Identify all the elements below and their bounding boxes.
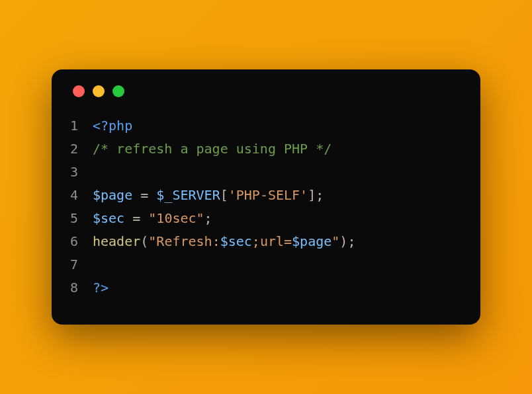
token: $sec bbox=[93, 210, 124, 226]
code-content: header("Refresh:$sec;url=$page"); bbox=[93, 230, 355, 253]
code-content: ?> bbox=[93, 276, 109, 299]
line-number: 7 bbox=[70, 253, 93, 276]
code-line: 8?> bbox=[70, 276, 462, 299]
token: 'PHP-SELF' bbox=[228, 187, 308, 203]
close-icon[interactable] bbox=[73, 85, 85, 97]
token: $page bbox=[93, 187, 132, 203]
token: " bbox=[332, 233, 339, 249]
code-line: 2/* refresh a page using PHP */ bbox=[70, 138, 462, 161]
token: $_SERVER bbox=[156, 187, 220, 203]
token: $sec bbox=[220, 233, 252, 249]
line-number: 6 bbox=[70, 230, 93, 253]
line-number: 3 bbox=[70, 161, 93, 184]
code-content: <?php bbox=[93, 114, 132, 138]
token: ] bbox=[308, 187, 316, 203]
token: ?> bbox=[93, 280, 109, 296]
token: ; bbox=[316, 187, 324, 203]
code-line: 1<?php bbox=[70, 114, 462, 138]
line-number: 8 bbox=[70, 276, 93, 299]
line-number: 5 bbox=[70, 207, 93, 230]
maximize-icon[interactable] bbox=[112, 85, 124, 97]
token: [ bbox=[220, 187, 228, 203]
line-number: 2 bbox=[70, 138, 93, 161]
code-content: $page = $_SERVER['PHP-SELF']; bbox=[93, 184, 324, 207]
code-line: 5$sec = "10sec"; bbox=[70, 207, 462, 230]
token: header bbox=[93, 233, 140, 249]
code-content: /* refresh a page using PHP */ bbox=[93, 138, 332, 161]
code-line: 6header("Refresh:$sec;url=$page"); bbox=[70, 230, 462, 253]
line-number: 1 bbox=[70, 114, 93, 138]
token: = bbox=[132, 187, 156, 203]
token: $page bbox=[292, 233, 332, 249]
code-window: 1<?php2/* refresh a page using PHP */34$… bbox=[52, 69, 480, 325]
token: /* refresh a page using PHP */ bbox=[93, 141, 332, 157]
token: ( bbox=[140, 233, 148, 249]
code-line: 3 bbox=[70, 161, 462, 184]
token: ; bbox=[347, 233, 355, 249]
code-line: 7 bbox=[70, 253, 462, 276]
code-editor: 1<?php2/* refresh a page using PHP */34$… bbox=[70, 114, 462, 299]
token: = bbox=[124, 210, 148, 226]
token: ; bbox=[204, 210, 212, 226]
line-number: 4 bbox=[70, 184, 93, 207]
code-content: $sec = "10sec"; bbox=[93, 207, 212, 230]
token: "Refresh: bbox=[148, 233, 220, 249]
token: ;url= bbox=[252, 233, 292, 249]
minimize-icon[interactable] bbox=[93, 85, 105, 97]
token: ) bbox=[339, 233, 347, 249]
code-line: 4$page = $_SERVER['PHP-SELF']; bbox=[70, 184, 462, 207]
window-controls bbox=[73, 85, 462, 97]
token: <?php bbox=[93, 118, 132, 134]
token: "10sec" bbox=[148, 210, 204, 226]
